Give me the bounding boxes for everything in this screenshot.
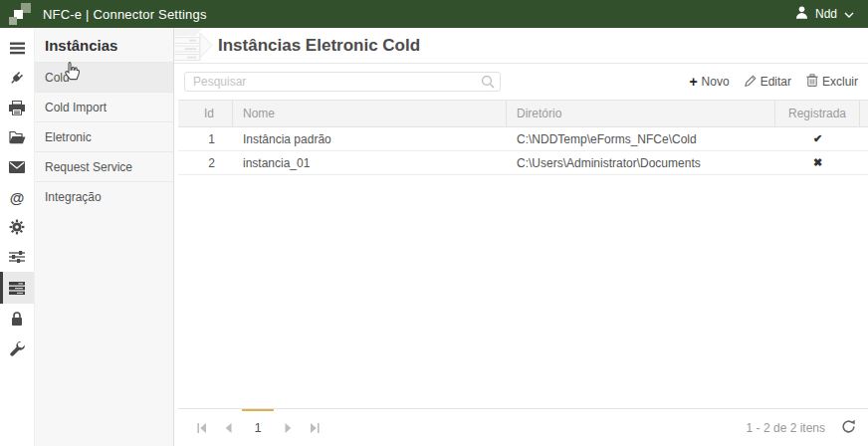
editar-label: Editar [760,75,791,89]
menu-icon[interactable] [0,33,34,63]
refresh-icon[interactable] [841,419,856,437]
printer-icon[interactable] [0,93,34,122]
excluir-button[interactable]: Excluir [806,74,858,90]
excluir-label: Excluir [822,75,858,89]
instances-watermark-icon [174,29,216,64]
last-page-button[interactable] [301,415,327,441]
app-logo-icon [9,3,31,25]
editar-button[interactable]: Editar [745,74,791,90]
queue-icon[interactable] [0,272,34,304]
user-menu[interactable]: Ndd [795,6,854,22]
pager: 1 1 - 2 de 2 itens [178,408,868,446]
icon-rail: @ [0,28,35,446]
search-box [184,72,501,92]
page-header: Instâncias Eletronic Cold [174,28,868,64]
pager-info: 1 - 2 de 2 itens [747,421,825,435]
plus-icon: + [689,75,697,89]
next-page-button[interactable] [274,415,301,441]
sidebar: Instâncias Cold Cold Import Eletronic Re… [35,28,174,446]
page-number[interactable]: 1 [242,420,274,435]
cell-diretorio: C:\NDDTemp\eForms_NFCe\Cold [507,132,775,146]
cell-id: 1 [178,132,233,146]
main-content: Instâncias Eletronic Cold + Novo Edita [174,28,868,446]
lock-icon[interactable] [0,304,34,334]
cell-nome: Instância padrão [233,132,507,146]
cell-diretorio: C:\Users\Administrator\Documents [507,156,775,170]
toolbar: + Novo Editar Excluir [174,64,868,100]
column-header-diretorio[interactable]: Diretório [507,101,775,126]
trash-icon [806,74,818,90]
sidebar-item-cold-import[interactable]: Cold Import [35,92,173,121]
first-page-button[interactable] [188,415,215,441]
novo-button[interactable]: + Novo [689,74,729,90]
sliders-icon[interactable] [0,242,34,272]
table-row[interactable]: 1 Instância padrão C:\NDDTemp\eForms_NFC… [178,127,868,151]
user-icon [795,6,808,22]
mail-icon[interactable] [0,152,34,182]
grid-header: Id Nome Diretório Registrada [178,101,868,127]
gear-icon[interactable] [0,212,34,242]
column-header-id[interactable]: Id [178,101,233,126]
sidebar-item-request-service[interactable]: Request Service [35,151,173,181]
wrench-icon[interactable] [0,334,34,363]
x-icon: ✖ [813,156,822,169]
at-icon[interactable]: @ [0,182,34,212]
page-title: Instâncias Eletronic Cold [218,36,420,56]
folder-open-icon[interactable] [0,122,34,152]
search-input[interactable] [184,72,501,92]
sidebar-item-eletronic[interactable]: Eletronic [35,121,173,151]
current-page-indicator [242,409,274,411]
prev-page-button[interactable] [215,415,242,441]
edit-icon [745,75,757,90]
check-icon: ✔ [813,132,822,145]
search-icon[interactable] [481,75,495,93]
user-name: Ndd [815,7,837,21]
cell-nome: instancia_01 [233,156,507,170]
sidebar-title: Instâncias [35,28,173,62]
plug-icon[interactable] [0,63,34,93]
cell-id: 2 [178,156,233,170]
app-title: NFC-e | Connector Settings [43,7,207,22]
sidebar-item-cold[interactable]: Cold [35,62,173,92]
chevron-down-icon [844,7,854,21]
novo-label: Novo [702,75,730,89]
column-header-nome[interactable]: Nome [233,101,507,126]
column-header-registrada[interactable]: Registrada [775,101,860,126]
topbar: NFC-e | Connector Settings Ndd [0,0,868,28]
sidebar-item-integracao[interactable]: Integração [35,181,173,211]
table-row[interactable]: 2 instancia_01 C:\Users\Administrator\Do… [178,151,868,175]
instances-grid: Id Nome Diretório Registrada 1 Instância… [178,100,868,446]
